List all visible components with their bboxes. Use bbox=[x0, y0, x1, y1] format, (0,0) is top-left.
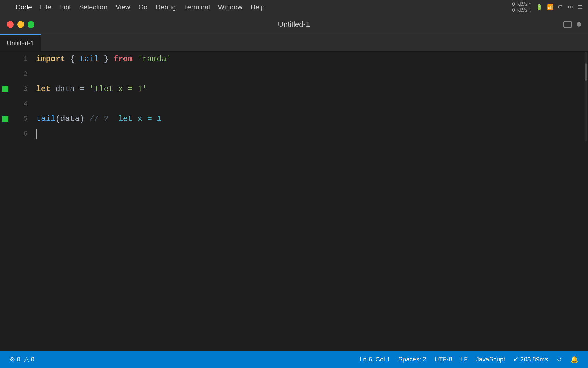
quokka-line-3 bbox=[0, 82, 10, 97]
more-icon: ••• bbox=[568, 4, 573, 10]
tab-label: Untitled-1 bbox=[7, 39, 34, 47]
menu-help[interactable]: Help bbox=[247, 1, 269, 13]
token-data-assign: data = bbox=[51, 82, 89, 97]
menu-view[interactable]: View bbox=[111, 1, 134, 13]
menu-code[interactable]: Code bbox=[11, 1, 36, 13]
window-title: Untitled-1 bbox=[278, 20, 310, 29]
token-string-ramda: 'ramda' bbox=[133, 52, 171, 67]
menubar: Code File Edit Selection View Go Debug T… bbox=[0, 0, 588, 14]
quokka-dot-5 bbox=[2, 116, 8, 122]
scrollbar-track bbox=[585, 52, 587, 141]
spaces-setting[interactable]: Spaces: 2 bbox=[394, 356, 430, 363]
token-from: from bbox=[113, 52, 133, 67]
lines-wrapper: 1 2 3 4 5 6 import { tail } from 'ramda' bbox=[0, 52, 588, 141]
token-comment: // ? bbox=[89, 112, 113, 126]
token-import: import bbox=[36, 52, 65, 67]
minimize-button[interactable] bbox=[17, 21, 24, 28]
quokka-status[interactable]: ✓ 203.89ms bbox=[509, 356, 552, 363]
token-call-data: (data) bbox=[55, 112, 89, 126]
quokka-line-5 bbox=[0, 112, 10, 126]
line-num-3: 3 bbox=[10, 82, 33, 97]
bell-icon[interactable]: 🔔 bbox=[566, 356, 582, 363]
token-let-3: let bbox=[36, 82, 51, 97]
window-chrome: Untitled-1 bbox=[0, 14, 588, 34]
quokka-gutter bbox=[0, 52, 10, 141]
cursor-caret bbox=[36, 129, 37, 139]
menu-edit[interactable]: Edit bbox=[55, 1, 75, 13]
line-num-2: 2 bbox=[10, 67, 33, 82]
quokka-line-1 bbox=[0, 52, 10, 67]
editor-container[interactable]: 1 2 3 4 5 6 import { tail } from 'ramda' bbox=[0, 52, 588, 141]
token-quokka-result: let x = 1 bbox=[113, 112, 162, 126]
code-line-4 bbox=[36, 97, 583, 112]
code-line-3: let data = '1let x = 1' bbox=[36, 82, 583, 97]
token-brace-close: } bbox=[99, 52, 113, 67]
publish-dot-icon bbox=[577, 22, 581, 27]
menu-selection[interactable]: Selection bbox=[75, 1, 111, 13]
battery-icon: 🔋 bbox=[536, 4, 542, 10]
line-num-5: 5 bbox=[10, 112, 33, 126]
time-machine-icon: ⏱ bbox=[558, 4, 563, 10]
line-num-1: 1 bbox=[10, 52, 33, 67]
scrollbar[interactable] bbox=[583, 52, 588, 141]
scrollbar-thumb[interactable] bbox=[585, 63, 587, 80]
maximize-button[interactable] bbox=[28, 21, 34, 28]
menu-terminal[interactable]: Terminal bbox=[180, 1, 214, 13]
menubar-right: 0 KB/s ↑0 KB/s ↓ 🔋 📶 ⏱ ••• ☰ bbox=[512, 1, 582, 13]
language-mode[interactable]: JavaScript bbox=[472, 356, 509, 363]
line-ending[interactable]: LF bbox=[456, 356, 472, 363]
code-line-6 bbox=[36, 126, 583, 141]
traffic-lights bbox=[7, 21, 34, 28]
line-num-4: 4 bbox=[10, 97, 33, 112]
tab-bar: Untitled-1 bbox=[0, 34, 588, 52]
split-editor-button[interactable] bbox=[563, 21, 572, 28]
quokka-line-4 bbox=[0, 97, 10, 112]
main-area: Untitled-1 1 2 3 4 bbox=[0, 34, 588, 141]
menu-window[interactable]: Window bbox=[214, 1, 246, 13]
smiley-icon[interactable]: ☺ bbox=[552, 356, 566, 363]
code-line-5: tail (data) // ? let x = 1 bbox=[36, 112, 583, 126]
status-bar: ⊗ 0 △ 0 Ln 6, Col 1 Spaces: 2 UTF-8 LF J… bbox=[0, 351, 588, 368]
list-icon: ☰ bbox=[578, 4, 582, 10]
network-status: 0 KB/s ↑0 KB/s ↓ bbox=[512, 1, 531, 13]
code-line-1: import { tail } from 'ramda' bbox=[36, 52, 583, 67]
error-count[interactable]: ⊗ 0 △ 0 bbox=[6, 356, 38, 363]
quokka-line-6 bbox=[0, 126, 10, 141]
menu-debug[interactable]: Debug bbox=[152, 1, 180, 13]
quokka-dot-3 bbox=[2, 86, 8, 92]
menu-file[interactable]: File bbox=[36, 1, 55, 13]
token-brace-open: { bbox=[65, 52, 80, 67]
warning-icon: △ bbox=[24, 356, 29, 363]
close-button[interactable] bbox=[7, 21, 14, 28]
error-icon: ⊗ bbox=[10, 356, 15, 363]
line-num-6: 6 bbox=[10, 126, 33, 141]
menu-go[interactable]: Go bbox=[134, 1, 152, 13]
window-actions bbox=[563, 21, 581, 28]
token-tail-5: tail bbox=[36, 112, 55, 126]
token-string-data: '1let x = 1' bbox=[89, 82, 147, 97]
code-editor[interactable]: import { tail } from 'ramda' let data = … bbox=[33, 52, 583, 141]
code-line-2 bbox=[36, 67, 583, 82]
token-tail-1: tail bbox=[80, 52, 99, 67]
quokka-line-2 bbox=[0, 67, 10, 82]
wifi-icon: 📶 bbox=[547, 4, 553, 10]
cursor-position[interactable]: Ln 6, Col 1 bbox=[356, 356, 394, 363]
tab-untitled-1[interactable]: Untitled-1 bbox=[0, 34, 41, 51]
line-number-gutter: 1 2 3 4 5 6 bbox=[10, 52, 33, 141]
encoding[interactable]: UTF-8 bbox=[430, 356, 456, 363]
